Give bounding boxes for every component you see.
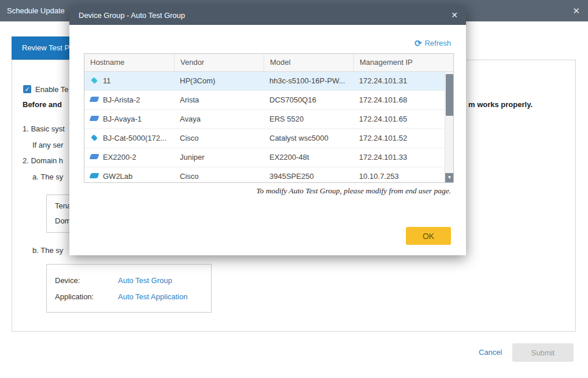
model-cell: hh3c-s5100-16P-PW... <box>264 72 353 90</box>
enable-test-label: Enable Te <box>35 85 69 94</box>
scrollbar-thumb[interactable] <box>446 74 453 116</box>
table-row[interactable]: 11 HP(3Com) hh3c-s5100-16P-PW... 172.24.… <box>84 72 446 91</box>
switch-icon <box>91 134 98 141</box>
hostname-cell: BJ-Arista-2 <box>103 96 140 104</box>
notice-text-left: Before and <box>23 100 62 109</box>
vendor-cell: Arista <box>174 91 264 109</box>
device-group-modal: Device Group - Auto Test Group ✕ ⟳Refres… <box>69 6 466 255</box>
model-cell: ERS 5520 <box>264 110 353 129</box>
model-cell: DCS7050Q16 <box>264 91 353 109</box>
hostname-cell: BJ-Avaya-1 <box>103 115 142 123</box>
table-header: Hostname Vendor Model Management IP <box>84 54 453 72</box>
table-row[interactable]: BJ-Avaya-1 Avaya ERS 5520 172.24.101.65 <box>84 110 446 129</box>
refresh-button[interactable]: ⟳Refresh <box>415 38 451 49</box>
vendor-cell: HP(3Com) <box>174 72 264 90</box>
device-label: Device: <box>55 276 80 285</box>
modal-close-icon[interactable]: ✕ <box>451 6 458 25</box>
management-ip-cell: 172.24.101.33 <box>353 148 446 167</box>
domain-label: Dom <box>55 216 71 225</box>
application-link[interactable]: Auto Test Application <box>118 292 187 301</box>
list-item-1: 1. Basic syst <box>23 124 65 133</box>
list-item-2b: b. The sy <box>32 246 63 255</box>
management-ip-cell: 172.24.101.31 <box>353 72 446 90</box>
management-ip-cell: 172.24.101.65 <box>353 110 446 129</box>
tenant-label: Tena <box>55 201 71 210</box>
hostname-cell: EX2200-2 <box>103 153 136 162</box>
vendor-cell: Cisco <box>174 167 264 182</box>
list-item-2a: a. The sy <box>32 173 63 181</box>
column-vendor: Vendor <box>174 54 264 71</box>
model-cell: 3945SPE250 <box>264 167 353 182</box>
management-ip-cell: 172.24.101.68 <box>353 91 446 109</box>
vendor-cell: Cisco <box>174 129 264 148</box>
device-application-box: Device: Auto Test Group Application: Aut… <box>46 264 212 313</box>
dialog-title: Schedule Update <box>7 0 65 21</box>
refresh-icon: ⟳ <box>415 38 422 49</box>
submit-button[interactable]: Submit <box>512 343 574 362</box>
scrollbar-down-icon[interactable]: ▼ <box>445 173 453 182</box>
vendor-cell: Avaya <box>174 110 264 129</box>
device-group-link[interactable]: Auto Test Group <box>118 276 172 285</box>
router-icon <box>89 173 99 178</box>
model-cell: Catalyst wsc5000 <box>264 129 353 148</box>
cancel-button[interactable]: Cancel <box>479 348 502 357</box>
scrollbar[interactable]: ▼ <box>445 72 453 182</box>
hostname-cell: 11 <box>103 76 111 85</box>
schedule-update-dialog: Schedule Update ✕ Review Test P ✓ Enable… <box>0 0 588 378</box>
vendor-cell: Juniper <box>174 148 264 167</box>
column-management-ip: Management IP <box>353 54 446 71</box>
column-hostname: Hostname <box>84 54 174 71</box>
application-label: Application: <box>55 292 94 301</box>
list-item-2: 2. Domain h <box>23 156 63 165</box>
enable-test-checkbox[interactable]: ✓ <box>23 85 31 93</box>
switch-icon <box>91 77 98 84</box>
close-icon[interactable]: ✕ <box>572 0 580 21</box>
notice-text-right: m works properly. <box>468 100 532 109</box>
modal-title: Device Group - Auto Test Group <box>79 6 185 25</box>
router-icon <box>89 116 99 121</box>
model-cell: EX2200-48t <box>264 148 353 167</box>
router-icon <box>89 97 99 102</box>
modal-note: To modify Auto Test Group, please modify… <box>256 186 451 196</box>
table-row[interactable]: GW2Lab Cisco 3945SPE250 10.10.7.253 <box>84 167 446 182</box>
management-ip-cell: 172.24.101.52 <box>353 129 446 148</box>
ok-button[interactable]: OK <box>406 227 451 245</box>
management-ip-cell: 10.10.7.253 <box>353 167 446 182</box>
device-table: Hostname Vendor Model Management IP 11 H… <box>84 53 454 183</box>
hostname-cell: BJ-Cat-5000(172... <box>103 134 167 142</box>
table-row[interactable]: BJ-Arista-2 Arista DCS7050Q16 172.24.101… <box>84 91 446 110</box>
device-table-body: 11 HP(3Com) hh3c-s5100-16P-PW... 172.24.… <box>84 72 453 182</box>
hostname-cell: GW2Lab <box>103 172 132 181</box>
router-icon <box>89 154 99 159</box>
column-model: Model <box>264 54 353 71</box>
table-row[interactable]: BJ-Cat-5000(172... Cisco Catalyst wsc500… <box>84 129 446 148</box>
list-item-1a: If any ser <box>32 141 63 149</box>
modal-titlebar: Device Group - Auto Test Group ✕ <box>69 6 466 25</box>
refresh-label: Refresh <box>424 39 451 47</box>
table-row[interactable]: EX2200-2 Juniper EX2200-48t 172.24.101.3… <box>84 148 446 167</box>
